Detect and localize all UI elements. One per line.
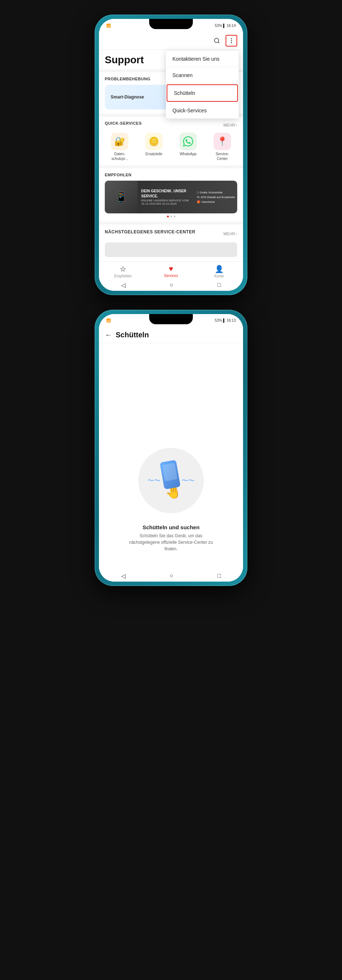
screen-1: Kontaktieren Sie uns Scannen Schütteln Q… bbox=[99, 32, 243, 291]
bottom-nav: ☆ Empfohlen ♥ Services 👤 Konto bbox=[99, 261, 243, 280]
svg-point-2 bbox=[231, 38, 232, 39]
service-center-title: NÄCHSTGELEGENES SERVICE-CENTER bbox=[105, 229, 195, 235]
service-center-section: NÄCHSTGELEGENES SERVICE-CENTER MEHR › bbox=[99, 224, 243, 261]
svg-point-3 bbox=[231, 40, 232, 41]
service-center-mehr[interactable]: MEHR › bbox=[224, 232, 237, 236]
nav-konto-label: Konto bbox=[214, 274, 224, 278]
quick-label-3: Service-Center bbox=[211, 151, 234, 161]
quick-icon-datenschutz: 🔐 bbox=[111, 133, 128, 150]
empfohlen-banner[interactable]: 📱 DEIN GESCHENK. UNSER SERVICE. ERLEBE U… bbox=[105, 181, 237, 213]
sys-nav-1: ◁ ○ □ bbox=[99, 280, 243, 291]
svg-line-1 bbox=[218, 42, 219, 43]
phone-2-inner: 📶 53% ▌ 16:13 ← Schütteln 〜〜 bbox=[99, 314, 243, 582]
nav-empfohlen[interactable]: ☆ Empfohlen bbox=[99, 265, 147, 278]
shake-illustration: 〜〜 🤚 〜〜 bbox=[138, 448, 204, 513]
nav-empfohlen-label: Empfohlen bbox=[114, 274, 132, 278]
quick-item-1[interactable]: 🪙 Ersatzteile bbox=[142, 133, 166, 161]
banner-text: DEIN GESCHENK. UNSER SERVICE. ERLEBE UNS… bbox=[137, 186, 195, 208]
recent-sys-btn-2[interactable]: □ bbox=[217, 573, 221, 579]
quick-icon-ersatzteile: 🪙 bbox=[145, 133, 163, 150]
dot-1 bbox=[167, 216, 169, 217]
nav-konto[interactable]: 👤 Konto bbox=[195, 265, 243, 278]
sim-icon: 📶 bbox=[106, 24, 110, 28]
nav-services[interactable]: ♥ Services bbox=[147, 265, 195, 278]
screen2-topbar: ← Schütteln bbox=[99, 327, 243, 343]
svg-point-4 bbox=[231, 42, 232, 43]
banner-title: DEIN GESCHENK. UNSER SERVICE. bbox=[141, 189, 191, 199]
service-center-header: NÄCHSTGELEGENES SERVICE-CENTER MEHR › bbox=[105, 229, 237, 239]
badge-0: □ Gratis Schutzfolie bbox=[197, 191, 235, 194]
screen-2: ← Schütteln 〜〜 🤚 〜〜 Schütte bbox=[99, 327, 243, 582]
service-center-map bbox=[105, 242, 237, 257]
back-button[interactable]: ← bbox=[105, 331, 112, 339]
home-sys-btn-1[interactable]: ○ bbox=[169, 282, 173, 289]
screen2-title: Schütteln bbox=[116, 331, 149, 339]
dot-3 bbox=[174, 216, 175, 217]
shake-title: Schütteln und suchen bbox=[142, 524, 200, 530]
status-right-2: 53% ▌ 16:13 bbox=[215, 318, 236, 323]
quick-services-header: QUICK-SERVICES MEHR › bbox=[105, 121, 237, 129]
banner-subtitle: ERLEBE UNSEREN SERVICE VOM 16.12.2019 BI… bbox=[141, 199, 191, 205]
notch-2 bbox=[149, 314, 193, 324]
screen-topbar-1: Kontaktieren Sie uns Scannen Schütteln Q… bbox=[99, 32, 243, 50]
svg-point-0 bbox=[214, 38, 219, 43]
diagnose-label: Smart-Diagnose bbox=[110, 94, 144, 100]
quick-item-3[interactable]: 📍 Service-Center bbox=[211, 133, 234, 161]
quick-label-whatsapp: WhatsApp bbox=[180, 151, 197, 156]
back-sys-btn-1[interactable]: ◁ bbox=[121, 282, 126, 289]
banner-badges: □ Gratis Schutzfolie % 20% Rabatt auf Er… bbox=[195, 189, 237, 206]
menu-item-scannen[interactable]: Scannen bbox=[166, 67, 239, 84]
phone-1-inner: 📶 53% ▌ 16:14 bbox=[99, 19, 243, 291]
menu-item-kontaktieren[interactable]: Kontaktieren Sie uns bbox=[166, 51, 239, 67]
back-sys-btn-2[interactable]: ◁ bbox=[121, 573, 126, 579]
status-left-1: 📶 bbox=[106, 24, 110, 28]
status-left-2: 📶 bbox=[106, 318, 110, 323]
search-button[interactable] bbox=[211, 35, 223, 46]
sys-nav-2: ◁ ○ □ bbox=[99, 570, 243, 582]
empfohlen-title: EMPFOHLEN bbox=[105, 173, 237, 177]
more-menu-button[interactable] bbox=[225, 35, 237, 46]
badge-2: 🎁 Geschenk bbox=[197, 200, 235, 204]
banner-phones-image: 📱 bbox=[105, 181, 137, 213]
quick-icon-whatsapp bbox=[179, 133, 197, 150]
wave-right-icon: 〜〜 bbox=[182, 476, 195, 485]
menu-item-schutteln[interactable]: Schütteln bbox=[167, 84, 238, 102]
wave-left-icon: 〜〜 bbox=[147, 476, 160, 485]
shake-content: 〜〜 🤚 〜〜 Schütteln und suchen Schütteln S… bbox=[99, 343, 243, 570]
sim-icon-2: 📶 bbox=[106, 318, 110, 323]
quick-label-1: Ersatzteile bbox=[145, 151, 163, 156]
status-bar-2: 📶 53% ▌ 16:13 bbox=[99, 314, 243, 327]
dot-2 bbox=[170, 216, 172, 217]
quick-label-0: Daten-schutzpr... bbox=[108, 151, 131, 161]
shake-description: Schütteln Sie das Gerät, um das nächstge… bbox=[127, 533, 215, 552]
quick-icon-service-center: 📍 bbox=[214, 133, 231, 150]
quick-services-mehr[interactable]: MEHR › bbox=[224, 123, 237, 127]
badge-1: % 20% Rabatt auf Ersatzteile bbox=[197, 196, 235, 199]
quick-item-whatsapp[interactable]: WhatsApp bbox=[176, 133, 200, 161]
notch-1 bbox=[149, 19, 193, 29]
phone-1: 📶 53% ▌ 16:14 bbox=[94, 14, 248, 295]
empfohlen-section: EMPFOHLEN 📱 DEIN GESCHENK. UNSER SERVICE… bbox=[99, 168, 243, 222]
nav-konto-icon: 👤 bbox=[215, 265, 224, 274]
recent-sys-btn-1[interactable]: □ bbox=[217, 282, 221, 289]
dropdown-menu: Kontaktieren Sie uns Scannen Schütteln Q… bbox=[166, 51, 239, 118]
status-right-1: 53% ▌ 16:14 bbox=[215, 24, 236, 28]
banner-dots bbox=[105, 216, 237, 217]
nav-empfohlen-icon: ☆ bbox=[120, 265, 126, 274]
quick-services-title: QUICK-SERVICES bbox=[105, 121, 142, 126]
quick-services-grid: 🔐 Daten-schutzpr... 🪙 Ersatzteile bbox=[105, 133, 237, 161]
menu-item-quick-services[interactable]: Quick-Services bbox=[166, 102, 239, 118]
phone-2: 📶 53% ▌ 16:13 ← Schütteln 〜〜 bbox=[94, 310, 248, 586]
home-sys-btn-2[interactable]: ○ bbox=[169, 573, 173, 579]
status-bar-1: 📶 53% ▌ 16:14 bbox=[99, 19, 243, 32]
quick-item-0[interactable]: 🔐 Daten-schutzpr... bbox=[108, 133, 131, 161]
quick-services-section: QUICK-SERVICES MEHR › 🔐 Daten-schutzpr..… bbox=[99, 117, 243, 165]
nav-services-icon: ♥ bbox=[169, 265, 173, 273]
nav-services-label: Services bbox=[164, 274, 178, 278]
